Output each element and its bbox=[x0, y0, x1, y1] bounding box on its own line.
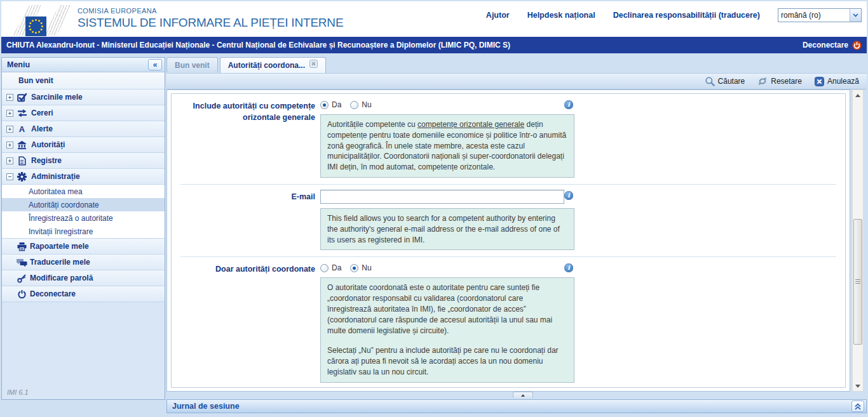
radio-group-only-coordinated: Da Nu bbox=[320, 262, 574, 274]
reset-button[interactable]: Resetare bbox=[757, 76, 802, 86]
sidebar-item-administratie[interactable]: Administrație bbox=[2, 168, 165, 184]
tasks-icon bbox=[17, 93, 27, 102]
logout-button[interactable]: Deconectare bbox=[803, 41, 867, 50]
expand-icon[interactable] bbox=[6, 157, 13, 164]
search-button[interactable]: Căutare bbox=[705, 76, 745, 86]
tab-label: Bun venit bbox=[175, 61, 210, 70]
double-chevron-up-icon bbox=[854, 402, 862, 411]
cancel-icon bbox=[815, 77, 824, 86]
user-context: CHIUTA Alexandru-Ionut - Ministerul Educ… bbox=[1, 41, 510, 50]
key-icon bbox=[17, 274, 27, 283]
sidebar-item-deconectare[interactable]: Deconectare bbox=[2, 286, 165, 301]
expand-session-log-button[interactable] bbox=[851, 400, 864, 412]
radio-label-da: Da bbox=[332, 263, 341, 272]
search-form: Include autorități cu competențe orizont… bbox=[171, 93, 846, 388]
power-icon bbox=[17, 289, 27, 299]
sidebar-item-bun-venit[interactable]: Bun venit bbox=[2, 72, 165, 89]
expand-icon[interactable] bbox=[6, 110, 13, 117]
document-icon bbox=[17, 156, 27, 166]
header-links: Ajutor Helpdesk național Declinarea resp… bbox=[486, 1, 862, 29]
sidebar-title: Meniu bbox=[7, 60, 148, 69]
sidebar-item-alerte[interactable]: Alerte bbox=[2, 121, 165, 136]
sidebar-item-sarcinile-mele[interactable]: Sarcinile mele bbox=[2, 89, 165, 105]
help-box-only-coordinated: O autoritate coordonată este o autoritat… bbox=[320, 277, 574, 382]
sidebar-item-label: Autoritatea mea bbox=[29, 187, 83, 196]
field-area: This field allows you to search for a co… bbox=[320, 190, 574, 250]
version-label: IMI 6.1 bbox=[7, 388, 29, 396]
tab-autoritati-coordonate[interactable]: Autorități coordona... bbox=[220, 57, 326, 73]
email-input[interactable] bbox=[320, 190, 564, 204]
grip-icon bbox=[855, 279, 860, 284]
sidebar-item-label: Înregistrează o autoritate bbox=[29, 214, 113, 223]
sidebar-item-invitatii-inregistrare[interactable]: Invitații înregistrare bbox=[2, 225, 165, 238]
splitter-handle[interactable] bbox=[513, 392, 533, 398]
scroll-down-button[interactable] bbox=[853, 381, 863, 391]
help-text: Autoritățile competente cu bbox=[327, 120, 417, 129]
printer-icon bbox=[17, 242, 27, 251]
sidebar-item-registre[interactable]: Registre bbox=[2, 152, 165, 168]
sidebar-item-modificare-parola[interactable]: Modificare parolă bbox=[2, 270, 165, 286]
info-icon[interactable] bbox=[564, 100, 573, 109]
collapse-sidebar-button[interactable] bbox=[148, 59, 162, 70]
page-title: SISTEMUL DE INFORMARE AL PIEȚEI INTERNE bbox=[78, 16, 343, 30]
sidebar-item-cereri[interactable]: Cereri bbox=[2, 105, 165, 121]
translations-icon bbox=[17, 258, 27, 267]
sidebar-item-label: Cereri bbox=[31, 109, 53, 117]
org-name: COMISIA EUROPEANA bbox=[78, 7, 343, 15]
reset-label: Resetare bbox=[771, 77, 802, 86]
sidebar-item-autoritatea-mea[interactable]: Autoritatea mea bbox=[2, 185, 165, 198]
radio-label-nu: Nu bbox=[362, 100, 371, 109]
radio-da[interactable] bbox=[320, 101, 329, 109]
scrollbar-thumb[interactable] bbox=[853, 219, 862, 345]
european-commission-logo bbox=[6, 3, 71, 37]
tab-bar: Bun venit Autorități coordona... bbox=[166, 57, 326, 73]
radio-label-nu: Nu bbox=[362, 263, 371, 272]
sidebar-item-inregistreaza-o-autoritate[interactable]: Înregistrează o autoritate bbox=[2, 211, 165, 225]
arrow-down-icon bbox=[855, 385, 860, 388]
radio-group-include-horizontal: Da Nu bbox=[320, 99, 574, 110]
radio-nu[interactable] bbox=[350, 101, 358, 109]
chevron-down-icon[interactable] bbox=[850, 9, 861, 22]
search-toolbar: Căutare Resetare Anulează bbox=[166, 73, 867, 89]
sidebar-menu: Meniu Bun venit Sarcinile mele Cereri Al… bbox=[1, 57, 165, 400]
national-helpdesk-link[interactable]: Helpdesk național bbox=[527, 11, 595, 20]
cancel-button[interactable]: Anulează bbox=[815, 77, 859, 86]
language-select[interactable]: română (ro) bbox=[778, 8, 862, 22]
help-link[interactable]: competențe orizontale generale bbox=[417, 120, 524, 129]
form-row-email: E-mail This field allows you to search f… bbox=[172, 185, 845, 256]
sidebar-item-autoritati[interactable]: Autorități bbox=[2, 136, 165, 152]
vertical-scrollbar[interactable] bbox=[852, 89, 864, 392]
collapse-icon[interactable] bbox=[6, 173, 13, 180]
logo-swoosh-right bbox=[44, 5, 71, 36]
radio-da[interactable] bbox=[320, 264, 329, 272]
power-icon bbox=[852, 41, 862, 50]
sidebar-item-label: Bun venit bbox=[18, 76, 53, 85]
help-link[interactable]: Ajutor bbox=[486, 11, 510, 20]
scroll-up-button[interactable] bbox=[853, 90, 863, 100]
sidebar-item-rapoartele-mele[interactable]: Rapoartele mele bbox=[2, 238, 165, 254]
expand-icon[interactable] bbox=[6, 126, 13, 133]
field-area: Da Nu O autoritate coordonată este o aut… bbox=[320, 262, 574, 382]
logout-label: Deconectare bbox=[803, 41, 848, 50]
sidebar-item-label: Rapoartele mele bbox=[30, 242, 89, 251]
sidebar-empty-area bbox=[2, 301, 165, 302]
tab-bun-venit[interactable]: Bun venit bbox=[166, 57, 218, 72]
session-log-bar[interactable]: Jurnal de sesiune bbox=[166, 399, 867, 413]
info-icon[interactable] bbox=[564, 191, 573, 200]
cancel-label: Anulează bbox=[827, 77, 859, 86]
alert-icon bbox=[17, 125, 27, 133]
expand-icon[interactable] bbox=[6, 94, 13, 101]
user-bar: CHIUTA Alexandru-Ionut - Ministerul Educ… bbox=[1, 37, 867, 53]
sidebar-item-traducerile-mele[interactable]: Traducerile mele bbox=[2, 254, 165, 270]
splitter-strip bbox=[166, 392, 867, 399]
arrow-up-icon bbox=[521, 394, 525, 397]
field-label: E-mail bbox=[174, 190, 315, 250]
sidebar-item-autoritati-coordonate[interactable]: Autorități coordonate bbox=[2, 198, 165, 211]
radio-label-da: Da bbox=[332, 100, 341, 109]
expand-icon[interactable] bbox=[6, 142, 13, 149]
help-box-email: This field allows you to search for a co… bbox=[320, 208, 574, 250]
close-tab-icon[interactable] bbox=[309, 60, 318, 68]
radio-nu[interactable] bbox=[350, 264, 358, 272]
sidebar-item-label: Deconectare bbox=[30, 289, 76, 298]
disclaimer-link[interactable]: Declinarea responsabilității (traducere) bbox=[613, 11, 760, 20]
